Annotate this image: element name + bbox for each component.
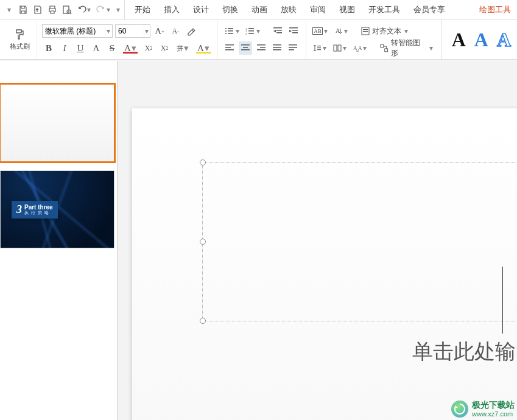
align-left-button[interactable] — [223, 41, 236, 55]
align-center-button[interactable] — [239, 41, 252, 55]
align-distribute-button[interactable] — [286, 41, 300, 55]
workspace: 3 Part three 执 行 策 略 单击此处输 — [0, 61, 517, 420]
svg-rect-43 — [338, 45, 341, 51]
tab-animation[interactable]: 动画 — [250, 2, 269, 18]
tab-start[interactable]: 开始 — [133, 2, 152, 18]
tab-transition[interactable]: 切换 — [221, 2, 239, 18]
subscript-button[interactable]: X2 — [158, 41, 171, 55]
slide-thumbnail-panel: 3 Part three 执 行 策 略 — [0, 61, 118, 420]
shadow-button[interactable]: A — [90, 41, 103, 55]
columns-button[interactable]: ▾ — [331, 41, 349, 55]
undo-button[interactable]: ▾ — [77, 5, 91, 15]
line-spacing-button[interactable]: ▾ — [311, 41, 329, 55]
tab-member[interactable]: 会员专享 — [412, 2, 446, 18]
format-painter-button[interactable]: 格式刷 — [7, 29, 32, 51]
title-placeholder[interactable] — [202, 162, 517, 321]
slide-thumb-2[interactable]: 3 Part three 执 行 策 略 — [0, 170, 114, 248]
menu-caret-icon[interactable]: ▾ — [4, 5, 13, 15]
svg-point-6 — [225, 33, 227, 34]
bullet-list-button[interactable]: ▾ — [223, 24, 241, 38]
save-as-icon[interactable] — [33, 5, 43, 15]
strike-button[interactable]: S — [105, 41, 119, 55]
text-direction-button[interactable]: A▾ — [332, 24, 350, 38]
svg-rect-5 — [228, 30, 233, 32]
convert-smartart-button[interactable]: 转智能图形▾ — [378, 41, 435, 55]
slide3-title: Part three — [24, 205, 53, 211]
svg-rect-32 — [289, 44, 297, 46]
resize-handle-tl[interactable] — [200, 159, 206, 166]
quick-access-toolbar: ▾ ▾ ▾ ▾ — [0, 0, 125, 19]
tab-insert[interactable]: 插入 — [163, 2, 181, 18]
tab-design[interactable]: 设计 — [192, 2, 210, 18]
svg-rect-46 — [381, 44, 384, 47]
svg-rect-17 — [289, 27, 298, 29]
qat-customize-icon[interactable]: ▾ — [116, 5, 121, 14]
increase-indent-button[interactable] — [287, 24, 301, 38]
save-icon[interactable] — [18, 5, 28, 15]
svg-rect-34 — [289, 49, 294, 51]
wordart-style-solid[interactable]: A — [452, 30, 466, 49]
svg-rect-9 — [248, 28, 254, 29]
italic-button[interactable]: I — [58, 41, 71, 55]
font-size-input[interactable] — [116, 27, 144, 35]
wordart-style-outline[interactable]: A — [497, 30, 511, 49]
font-name-combo[interactable]: ▾ — [42, 24, 113, 38]
svg-rect-19 — [292, 32, 298, 33]
align-justify-button[interactable] — [270, 41, 284, 55]
tab-drawing-tools[interactable]: 绘图工具 — [478, 2, 512, 18]
font-name-input[interactable] — [43, 27, 105, 35]
resize-handle-bl[interactable] — [200, 318, 206, 324]
tab-slideshow[interactable]: 放映 — [280, 2, 298, 18]
watermark-text-cn: 极光下载站 — [472, 401, 515, 410]
pinyin-button[interactable]: 拼▾ — [174, 41, 192, 55]
slide-thumb-1[interactable] — [0, 84, 114, 162]
font-name-dropdown-icon[interactable]: ▾ — [105, 25, 112, 37]
tab-devtools[interactable]: 开发工具 — [367, 2, 401, 18]
slide-edit-area[interactable]: 单击此处输 极光下载站 www.xz7.com — [118, 61, 517, 420]
svg-rect-25 — [241, 49, 250, 51]
svg-rect-33 — [289, 47, 297, 48]
wordart-style-blue[interactable]: A — [474, 30, 488, 49]
svg-rect-15 — [276, 30, 282, 31]
slide3-number: 3 — [16, 203, 22, 216]
number-list-button[interactable]: 123 ▾ — [244, 24, 262, 38]
print-icon[interactable] — [47, 5, 57, 15]
undo-dropdown-icon[interactable]: ▾ — [86, 5, 91, 14]
svg-rect-41 — [317, 49, 321, 50]
font-size-combo[interactable]: ▾ — [115, 24, 150, 38]
font-color-button[interactable]: A▾ — [121, 41, 139, 55]
tab-view[interactable]: 视图 — [338, 2, 356, 18]
redo-dropdown-icon[interactable]: ▾ — [106, 5, 111, 14]
svg-point-2 — [225, 28, 227, 29]
print-preview-icon[interactable] — [62, 5, 72, 15]
decrease-indent-button[interactable] — [272, 24, 285, 38]
shrink-font-button[interactable]: A- — [169, 24, 182, 38]
align-right-button[interactable] — [255, 41, 268, 55]
group-text-utils: AB▾ A▾ 对齐文本▾ ▾ ▾ AA▾ — [306, 20, 441, 59]
char-effects-button[interactable]: AB▾ — [311, 24, 329, 38]
format-painter-label: 格式刷 — [10, 42, 30, 51]
slide-canvas[interactable]: 单击此处输 — [132, 108, 517, 420]
resize-handle-ml[interactable] — [200, 239, 206, 245]
svg-rect-24 — [243, 47, 248, 48]
svg-rect-30 — [273, 47, 281, 48]
svg-rect-31 — [273, 49, 281, 51]
bold-button[interactable]: B — [42, 41, 55, 55]
redo-button[interactable]: ▾ — [96, 5, 111, 15]
group-clipboard: 格式刷 — [2, 20, 37, 59]
highlight-button[interactable]: A▾ — [194, 41, 213, 55]
underline-button[interactable]: U — [74, 41, 87, 55]
font-size-dropdown-icon[interactable]: ▾ — [144, 25, 150, 37]
svg-point-4 — [225, 30, 227, 32]
clear-format-button[interactable] — [185, 24, 198, 38]
char-spacing-button[interactable]: AA▾ — [351, 41, 369, 55]
menu-tabs: 开始 插入 设计 切换 动画 放映 审阅 视图 开发工具 会员专享 — [125, 0, 455, 19]
align-text-button[interactable]: 对齐文本▾ — [359, 24, 411, 38]
svg-rect-23 — [241, 44, 250, 46]
title-tab-bar: ▾ ▾ ▾ ▾ 开始 插入 设计 切换 动画 放映 审阅 视图 开发 — [0, 0, 517, 20]
slide3-subtitle: 执 行 策 略 — [24, 211, 53, 215]
grow-font-button[interactable]: A+ — [153, 24, 166, 38]
svg-rect-14 — [273, 27, 282, 29]
tab-review[interactable]: 审阅 — [309, 2, 327, 18]
superscript-button[interactable]: X2 — [142, 41, 155, 55]
